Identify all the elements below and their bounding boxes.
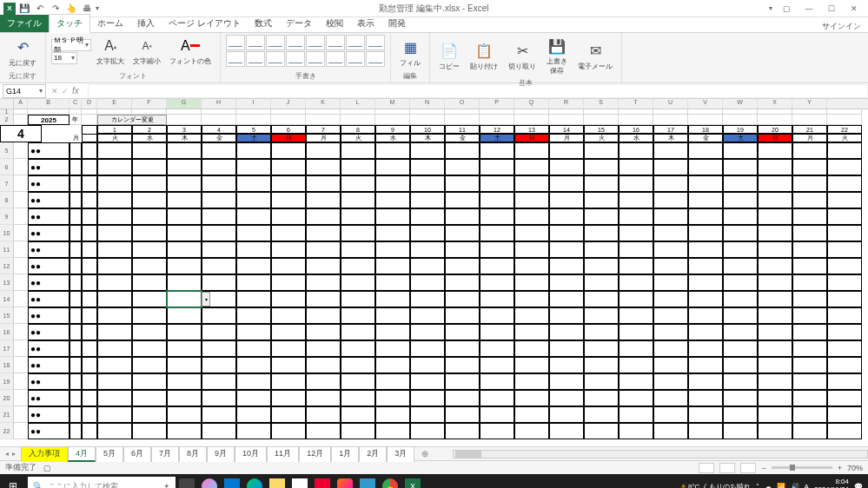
data-cell-18-6[interactable] — [306, 357, 341, 373]
data-cell-10-20[interactable] — [792, 225, 827, 241]
data-cell-13-15[interactable] — [619, 274, 653, 291]
data-cell-20-4[interactable] — [236, 390, 271, 406]
data-cell-10-2[interactable] — [167, 225, 202, 241]
col-header-J[interactable]: J — [271, 99, 306, 109]
data-cell-19-2[interactable] — [167, 373, 202, 390]
data-cell-19-19[interactable] — [758, 373, 792, 390]
data-cell-22-21[interactable] — [827, 423, 862, 439]
qat-save[interactable]: 💾 — [17, 2, 31, 16]
date-cell-22[interactable]: 22 — [827, 125, 862, 134]
data-cell-7-10[interactable] — [445, 175, 480, 192]
row-label-15[interactable]: ●● — [28, 307, 70, 324]
tab-insert[interactable]: 挿入 — [130, 15, 162, 32]
data-cell-10-4[interactable] — [236, 225, 271, 241]
data-cell-14-18[interactable] — [723, 291, 758, 307]
data-cell-7-13[interactable] — [549, 175, 584, 192]
data-cell-9-11[interactable] — [480, 208, 514, 225]
data-cell-15-7[interactable] — [341, 307, 375, 324]
data-cell-22-17[interactable] — [688, 423, 723, 439]
tab-developer[interactable]: 開発 — [381, 15, 413, 32]
data-cell-6-9[interactable] — [410, 159, 445, 175]
row-header-7[interactable]: 7 — [0, 175, 14, 192]
tray-network-icon[interactable]: 📶 — [777, 483, 785, 489]
data-cell-20-21[interactable] — [827, 390, 862, 406]
data-cell-13-1[interactable] — [132, 274, 167, 291]
zoom-in-button[interactable]: + — [838, 464, 842, 472]
data-cell-11-2[interactable] — [167, 241, 202, 258]
data-cell-11-13[interactable] — [549, 241, 584, 258]
data-cell-6-10[interactable] — [445, 159, 480, 175]
data-cell-15-10[interactable] — [445, 307, 480, 324]
data-cell-12-14[interactable] — [584, 258, 619, 274]
date-cell-2[interactable]: 2 — [132, 125, 167, 134]
data-cell-17-19[interactable] — [758, 340, 792, 357]
data-cell-9-8[interactable] — [375, 208, 410, 225]
row-header-19[interactable]: 19 — [0, 373, 14, 390]
day-cell-10[interactable]: 金 — [445, 134, 480, 142]
data-cell-13-0[interactable] — [97, 274, 132, 291]
data-cell-9-7[interactable] — [341, 208, 375, 225]
row-label-18[interactable]: ●● — [28, 357, 70, 373]
data-cell-8-9[interactable] — [410, 192, 445, 208]
data-cell-14-1[interactable] — [132, 291, 167, 307]
data-cell-13-8[interactable] — [375, 274, 410, 291]
data-cell-14-2[interactable]: ▾ — [167, 291, 202, 307]
start-button[interactable]: ⊞ — [0, 474, 26, 488]
sheet-tab-4月[interactable]: 4月 — [68, 446, 96, 462]
data-cell-10-7[interactable] — [341, 225, 375, 241]
date-cell-18[interactable]: 18 — [688, 125, 723, 134]
data-cell-14-10[interactable] — [445, 291, 480, 307]
date-cell-21[interactable]: 21 — [792, 125, 827, 134]
date-cell-17[interactable]: 17 — [653, 125, 688, 134]
data-cell-6-12[interactable] — [514, 159, 549, 175]
data-cell-16-6[interactable] — [306, 324, 341, 340]
data-cell-21-10[interactable] — [445, 406, 480, 423]
data-cell-6-15[interactable] — [619, 159, 653, 175]
sheet-tab-7月[interactable]: 7月 — [151, 446, 179, 462]
data-cell-16-5[interactable] — [271, 324, 306, 340]
data-cell-20-15[interactable] — [619, 390, 653, 406]
data-cell-6-7[interactable] — [341, 159, 375, 175]
row-label-10[interactable]: ●● — [28, 225, 70, 241]
data-cell-14-6[interactable] — [306, 291, 341, 307]
data-cell-20-1[interactable] — [132, 390, 167, 406]
day-cell-7[interactable]: 火 — [341, 134, 375, 142]
data-cell-6-14[interactable] — [584, 159, 619, 175]
data-cell-18-15[interactable] — [619, 357, 653, 373]
data-cell-10-13[interactable] — [549, 225, 584, 241]
data-cell-16-18[interactable] — [723, 324, 758, 340]
data-cell-17-15[interactable] — [619, 340, 653, 357]
enter-formula-icon[interactable]: ✓ — [62, 87, 69, 96]
data-cell-13-10[interactable] — [445, 274, 480, 291]
data-cell-5-9[interactable] — [410, 142, 445, 159]
date-cell-7[interactable]: 7 — [306, 125, 341, 134]
data-cell-20-17[interactable] — [688, 390, 723, 406]
data-cell-5-17[interactable] — [688, 142, 723, 159]
taskbar-explorer[interactable] — [266, 474, 288, 488]
row-header-13[interactable]: 13 — [0, 274, 14, 291]
font-color-button[interactable]: Aフォントの色 — [166, 35, 215, 68]
view-normal[interactable] — [699, 463, 714, 473]
data-cell-12-19[interactable] — [758, 258, 792, 274]
data-cell-15-14[interactable] — [584, 307, 619, 324]
data-cell-18-18[interactable] — [723, 357, 758, 373]
data-cell-22-4[interactable] — [236, 423, 271, 439]
col-header-C[interactable]: C — [70, 99, 82, 109]
row-label-22[interactable]: ●● — [28, 423, 70, 439]
data-cell-10-1[interactable] — [132, 225, 167, 241]
data-cell-6-0[interactable] — [97, 159, 132, 175]
ink-style-2[interactable] — [246, 35, 265, 50]
data-cell-19-7[interactable] — [341, 373, 375, 390]
data-cell-18-12[interactable] — [514, 357, 549, 373]
data-cell-5-4[interactable] — [236, 142, 271, 159]
data-cell-6-16[interactable] — [653, 159, 688, 175]
data-cell-20-10[interactable] — [445, 390, 480, 406]
row-label-13[interactable]: ●● — [28, 274, 70, 291]
data-cell-19-18[interactable] — [723, 373, 758, 390]
data-cell-21-11[interactable] — [480, 406, 514, 423]
data-cell-8-3[interactable] — [202, 192, 236, 208]
data-cell-15-12[interactable] — [514, 307, 549, 324]
data-cell-7-14[interactable] — [584, 175, 619, 192]
data-cell-19-13[interactable] — [549, 373, 584, 390]
email-button[interactable]: ✉電子メール — [574, 40, 616, 73]
